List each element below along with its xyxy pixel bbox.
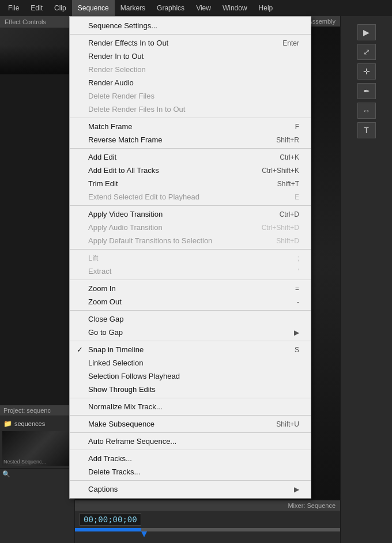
menu-sequence[interactable]: Sequence	[72, 0, 115, 16]
right-panel: ▶ ⤢ ✛ ✒ ↔ T	[340, 16, 392, 543]
snap-in-timeline-item[interactable]: ✓ Snap in Timeline S	[70, 343, 311, 356]
menu-graphics[interactable]: Graphics	[151, 0, 190, 16]
add-tracks-item[interactable]: Add Tracks...	[70, 452, 311, 465]
menu-file[interactable]: File	[2, 0, 25, 16]
menu-help[interactable]: Help	[253, 0, 279, 16]
captions-item[interactable]: Captions ▶	[70, 482, 311, 496]
close-gap-item[interactable]: Close Gap	[70, 312, 311, 326]
timecode-bar: 00;00;00;00	[75, 511, 340, 528]
separator-12	[70, 450, 311, 450]
delete-tracks-item[interactable]: Delete Tracks...	[70, 465, 311, 478]
apply-audio-transition-item: Apply Audio Transition Ctrl+Shift+D	[70, 221, 311, 234]
go-to-gap-item[interactable]: Go to Gap ▶	[70, 326, 311, 339]
selection-follows-playhead-item[interactable]: Selection Follows Playhead	[70, 369, 311, 383]
tool-select[interactable]: ▶	[357, 24, 376, 40]
timecode-display: 00;00;00;00	[80, 513, 141, 526]
sequences-folder: 📁 sequences	[2, 418, 72, 429]
preview-thumbnail	[0, 28, 74, 74]
project-content: 📁 sequences Nested Sequenc...	[0, 416, 74, 468]
menubar: File Edit Clip Sequence Markers Graphics…	[0, 0, 392, 16]
extract-item: Extract '	[70, 265, 311, 278]
match-frame-item[interactable]: Match Frame F	[70, 120, 311, 133]
menu-window[interactable]: Window	[217, 0, 253, 16]
search-bar: 🔍	[0, 468, 74, 480]
add-edit-all-tracks-item[interactable]: Add Edit to All Tracks Ctrl+Shift+K	[70, 164, 311, 177]
menu-view[interactable]: View	[190, 0, 217, 16]
separator-8	[70, 341, 311, 341]
tool-text[interactable]: T	[357, 122, 376, 138]
auto-reframe-item[interactable]: Auto Reframe Sequence...	[70, 435, 311, 448]
add-edit-item[interactable]: Add Edit Ctrl+K	[70, 150, 311, 164]
linked-selection-item[interactable]: Linked Selection	[70, 356, 311, 369]
separator-7	[70, 310, 311, 311]
lift-item: Lift ;	[70, 251, 311, 265]
tool-track-select[interactable]: ⤢	[357, 44, 376, 60]
separator-2	[70, 118, 311, 118]
mixer-label: Mixer: Sequence	[288, 502, 336, 509]
folder-icon: 📁	[3, 420, 12, 428]
separator-10	[70, 415, 311, 416]
render-effects-item[interactable]: Render Effects In to Out Enter	[70, 36, 311, 50]
apply-video-transition-item[interactable]: Apply Video Transition Ctrl+D	[70, 208, 311, 221]
tool-move[interactable]: ✛	[357, 63, 376, 80]
thumb-label: Nested Sequenc...	[3, 459, 46, 465]
zoom-in-item[interactable]: Zoom In =	[70, 282, 311, 295]
separator-11	[70, 432, 311, 433]
go-to-gap-arrow: ▶	[294, 329, 299, 337]
delete-render-files-item: Delete Render Files	[70, 89, 311, 103]
render-selection-item: Render Selection	[70, 63, 311, 76]
separator-13	[70, 480, 311, 481]
menu-clip[interactable]: Clip	[48, 0, 72, 16]
render-in-out-item[interactable]: Render In to Out	[70, 50, 311, 63]
clip-thumbnail: Nested Sequenc...	[2, 431, 72, 466]
separator-1	[70, 34, 311, 35]
captions-arrow: ▶	[294, 485, 299, 493]
sequence-dropdown: Sequence Settings... Render Effects In t…	[69, 16, 311, 499]
apply-default-transitions-item: Apply Default Transitions to Selection S…	[70, 234, 311, 247]
snap-checkmark: ✓	[77, 345, 88, 354]
separator-4	[70, 205, 311, 206]
search-icon[interactable]: 🔍	[2, 470, 10, 478]
separator-9	[70, 398, 311, 398]
render-audio-item[interactable]: Render Audio	[70, 76, 311, 89]
zoom-out-item[interactable]: Zoom Out -	[70, 295, 311, 308]
tool-pen[interactable]: ✒	[357, 83, 376, 99]
separator-5	[70, 249, 311, 250]
menu-edit[interactable]: Edit	[25, 0, 48, 16]
project-panel-header: Project: sequenc	[0, 405, 74, 416]
delete-render-files-in-out-item: Delete Render Files In to Out	[70, 103, 311, 116]
extend-edit-item: Extend Selected Edit to Playhead E	[70, 190, 311, 203]
effect-controls-label: Effect Controls	[0, 16, 74, 28]
make-subsequence-item[interactable]: Make Subsequence Shift+U	[70, 417, 311, 431]
separator-6	[70, 280, 311, 280]
separator-3	[70, 148, 311, 149]
normalize-mix-track-item[interactable]: Normalize Mix Track...	[70, 400, 311, 413]
reverse-match-frame-item[interactable]: Reverse Match Frame Shift+R	[70, 133, 311, 146]
menu-markers[interactable]: Markers	[115, 0, 151, 16]
sequences-label: sequences	[14, 420, 45, 427]
assembly-label: Assembly	[308, 18, 336, 25]
show-through-edits-item[interactable]: Show Through Edits	[70, 383, 311, 396]
sequence-settings-item[interactable]: Sequence Settings...	[70, 19, 311, 32]
trim-edit-item[interactable]: Trim Edit Shift+T	[70, 177, 311, 190]
tool-expand[interactable]: ↔	[357, 103, 376, 119]
